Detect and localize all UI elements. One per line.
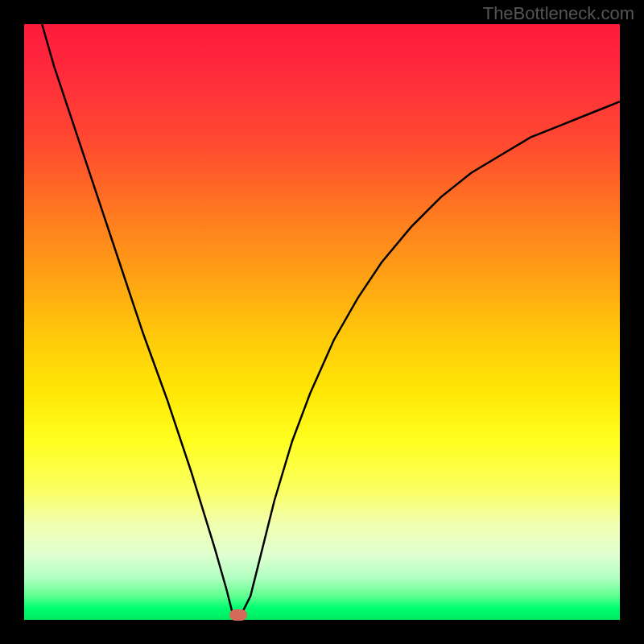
bottleneck-curve-svg <box>24 24 620 620</box>
bottleneck-curve-path <box>42 24 620 620</box>
watermark-text: TheBottleneck.com <box>483 3 634 24</box>
optimal-point-marker <box>229 609 247 621</box>
